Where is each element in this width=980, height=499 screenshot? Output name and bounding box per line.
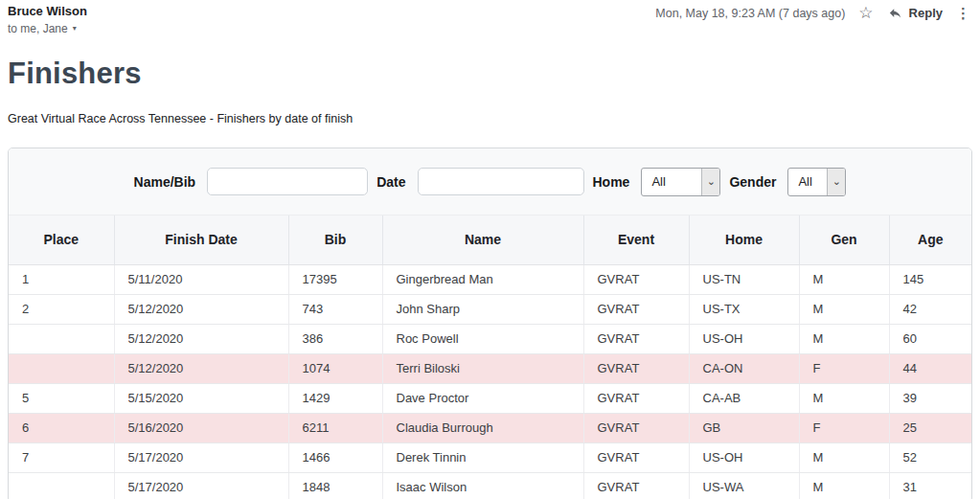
page-subtitle: Great Virtual Race Across Tennessee - Fi… xyxy=(8,112,972,125)
column-header-place: Place xyxy=(9,215,114,264)
cell-finish_date: 5/12/2020 xyxy=(114,324,288,353)
table-row: 15/11/202017395Gingerbread ManGVRATUS-TN… xyxy=(9,264,971,294)
cell-bib: 1074 xyxy=(288,353,382,383)
page-title: Finishers xyxy=(8,57,972,91)
cell-event: GVRAT xyxy=(583,383,689,413)
cell-bib: 17395 xyxy=(288,264,382,294)
table-row: 25/12/2020743John SharpGVRATUS-TXM42 xyxy=(9,294,971,324)
cell-home: US-TN xyxy=(689,264,799,294)
cell-place: 2 xyxy=(9,294,114,324)
chevron-down-icon: ⌄ xyxy=(827,169,845,195)
sender-block: Bruce Wilson to me, Jane ▾ xyxy=(8,3,87,36)
cell-gen: M xyxy=(799,264,889,294)
cell-gen: M xyxy=(799,472,889,499)
reply-button[interactable]: Reply xyxy=(887,6,943,20)
cell-name: Dave Proctor xyxy=(382,383,583,413)
cell-place: 7 xyxy=(9,442,114,472)
date-input[interactable] xyxy=(418,168,584,195)
cell-home: CA-ON xyxy=(689,353,799,383)
column-header-name: Name xyxy=(382,215,583,264)
cell-home: US-OH xyxy=(689,324,799,353)
cell-event: GVRAT xyxy=(583,324,689,353)
cell-finish_date: 5/11/2020 xyxy=(114,264,288,294)
cell-bib: 386 xyxy=(288,324,382,353)
table-row: 75/17/20201466Derek TinninGVRATUS-OHM52 xyxy=(9,442,971,472)
cell-finish_date: 5/16/2020 xyxy=(114,413,288,442)
cell-event: GVRAT xyxy=(583,353,689,383)
cell-event: GVRAT xyxy=(583,294,689,324)
cell-age: 52 xyxy=(889,442,971,472)
cell-event: GVRAT xyxy=(583,442,689,472)
cell-event: GVRAT xyxy=(583,264,689,294)
cell-finish_date: 5/12/2020 xyxy=(114,353,288,383)
home-select-value: All xyxy=(642,169,701,195)
recipients-toggle[interactable]: to me, Jane ▾ xyxy=(8,21,77,36)
cell-gen: M xyxy=(799,294,889,324)
cell-home: CA-AB xyxy=(689,383,799,413)
cell-home: GB xyxy=(689,413,799,442)
table-row: 65/16/20206211Claudia BurroughGVRATGBF25 xyxy=(9,413,971,442)
reply-label: Reply xyxy=(909,6,943,20)
cell-name: Derek Tinnin xyxy=(382,442,583,472)
gender-select-value: All xyxy=(788,169,827,195)
filter-bar: Name/Bib Date Home All ⌄ Gender All ⌄ xyxy=(9,148,971,215)
cell-bib: 1466 xyxy=(288,442,382,472)
date-label: Date xyxy=(376,174,405,190)
finishers-panel: Name/Bib Date Home All ⌄ Gender All ⌄ Pl… xyxy=(8,147,972,499)
cell-gen: M xyxy=(799,324,889,353)
cell-home: US-OH xyxy=(689,442,799,472)
table-row: 5/12/20201074Terri BiloskiGVRATCA-ONF44 xyxy=(9,353,971,383)
table-header-row: Place Finish Date Bib Name Event Home Ge… xyxy=(9,215,971,264)
table-row: 55/15/20201429Dave ProctorGVRATCA-ABM39 xyxy=(9,383,971,413)
cell-gen: M xyxy=(799,383,889,413)
cell-home: US-WA xyxy=(689,472,799,499)
reply-arrow-icon xyxy=(887,6,903,20)
home-label: Home xyxy=(593,174,630,190)
column-header-age: Age xyxy=(889,215,971,264)
gender-label: Gender xyxy=(729,174,776,190)
cell-name: Claudia Burrough xyxy=(382,413,583,442)
cell-bib: 6211 xyxy=(288,413,382,442)
cell-age: 44 xyxy=(889,353,971,383)
recipients-label: to me, Jane xyxy=(8,21,68,36)
cell-place: 1 xyxy=(9,264,114,294)
table-row: 5/17/20201848Isaac WilsonGVRATUS-WAM31 xyxy=(9,472,971,499)
sender-name: Bruce Wilson xyxy=(8,3,87,19)
cell-name: Roc Powell xyxy=(382,324,583,353)
cell-name: Terri Biloski xyxy=(382,353,583,383)
cell-finish_date: 5/17/2020 xyxy=(114,472,288,499)
cell-finish_date: 5/15/2020 xyxy=(114,383,288,413)
cell-finish_date: 5/17/2020 xyxy=(114,442,288,472)
cell-age: 60 xyxy=(889,324,971,353)
star-icon[interactable]: ☆ xyxy=(858,5,873,21)
cell-age: 25 xyxy=(889,413,971,442)
cell-name: Gingerbread Man xyxy=(382,264,583,294)
cell-home: US-TX xyxy=(689,294,799,324)
column-header-finish-date: Finish Date xyxy=(114,215,288,264)
gender-select[interactable]: All ⌄ xyxy=(787,168,846,196)
finishers-table-body: 15/11/202017395Gingerbread ManGVRATUS-TN… xyxy=(9,264,971,499)
cell-age: 145 xyxy=(889,264,971,294)
home-select[interactable]: All ⌄ xyxy=(641,168,720,196)
email-header-actions: Mon, May 18, 9:23 AM (7 days ago) ☆ Repl… xyxy=(655,3,972,21)
name-bib-input[interactable] xyxy=(207,168,368,195)
email-timestamp: Mon, May 18, 9:23 AM (7 days ago) xyxy=(655,7,845,20)
more-options-icon[interactable]: ⋮ xyxy=(956,6,970,21)
chevron-down-icon: ▾ xyxy=(73,21,77,36)
cell-age: 39 xyxy=(889,383,971,413)
cell-place xyxy=(9,324,114,353)
cell-place: 6 xyxy=(9,413,114,442)
cell-age: 31 xyxy=(889,472,971,499)
finishers-table: Place Finish Date Bib Name Event Home Ge… xyxy=(9,215,971,499)
cell-place xyxy=(9,353,114,383)
column-header-home: Home xyxy=(689,215,799,264)
cell-name: John Sharp xyxy=(382,294,583,324)
cell-event: GVRAT xyxy=(583,472,689,499)
cell-finish_date: 5/12/2020 xyxy=(114,294,288,324)
cell-gen: F xyxy=(799,353,889,383)
cell-place: 5 xyxy=(9,383,114,413)
cell-place xyxy=(9,472,114,499)
chevron-down-icon: ⌄ xyxy=(701,169,719,195)
cell-name: Isaac Wilson xyxy=(382,472,583,499)
cell-bib: 1429 xyxy=(288,383,382,413)
